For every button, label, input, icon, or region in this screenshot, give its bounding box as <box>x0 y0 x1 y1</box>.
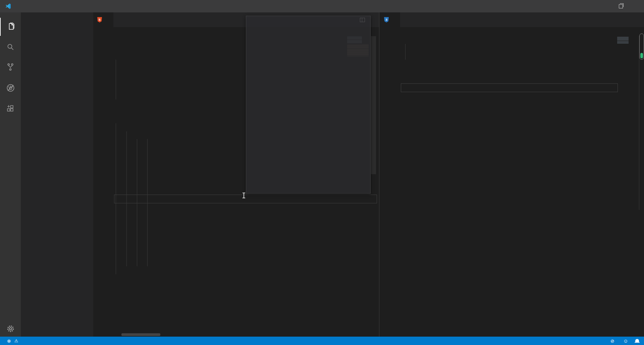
live-server-port-status[interactable]: ⊘ <box>610 338 616 344</box>
tab-les1-css[interactable] <box>380 12 400 27</box>
notifications-bell-icon[interactable] <box>635 340 639 342</box>
problems-status[interactable]: ⊗ ⚠ <box>7 338 20 344</box>
editor-group-2 <box>380 12 644 337</box>
debug-icon[interactable] <box>0 79 21 97</box>
explorer-sidebar <box>21 12 93 337</box>
minimize-button[interactable] <box>598 0 613 12</box>
feedback-smiley-icon[interactable]: ☺ <box>623 338 629 344</box>
current-line-highlight <box>114 195 377 203</box>
html5-file-icon <box>97 17 102 22</box>
restore-icon <box>619 4 623 8</box>
minimap[interactable] <box>617 37 629 44</box>
search-icon[interactable] <box>0 38 21 56</box>
activity-bar <box>0 12 21 337</box>
horizontal-scrollbar[interactable] <box>121 333 160 336</box>
explorer-icon[interactable] <box>0 18 21 36</box>
tab-bar-right <box>380 12 644 27</box>
breadcrumb <box>380 27 644 36</box>
source-control-icon[interactable] <box>0 58 21 76</box>
close-button[interactable] <box>629 0 644 12</box>
status-bar: ⊗ ⚠ ⊘ ☺ <box>0 337 644 345</box>
text-cursor <box>244 193 244 198</box>
restore-button[interactable] <box>613 0 629 12</box>
title-bar <box>0 0 644 12</box>
error-icon: ⊗ <box>7 338 11 344</box>
tab-les1-html[interactable] <box>93 12 113 27</box>
context-menu <box>246 16 371 194</box>
extensions-icon[interactable] <box>0 99 21 118</box>
warning-icon: ⚠ <box>14 338 18 343</box>
sidebar-title <box>21 12 29 26</box>
vertical-scrollbar[interactable] <box>371 36 376 174</box>
port-icon: ⊘ <box>610 338 614 344</box>
css3-file-icon <box>384 17 389 22</box>
settings-gear-icon[interactable] <box>0 320 21 338</box>
current-line-highlight <box>401 83 618 92</box>
scroll-indicator[interactable] <box>639 33 644 60</box>
vscode-logo-icon <box>5 3 11 9</box>
